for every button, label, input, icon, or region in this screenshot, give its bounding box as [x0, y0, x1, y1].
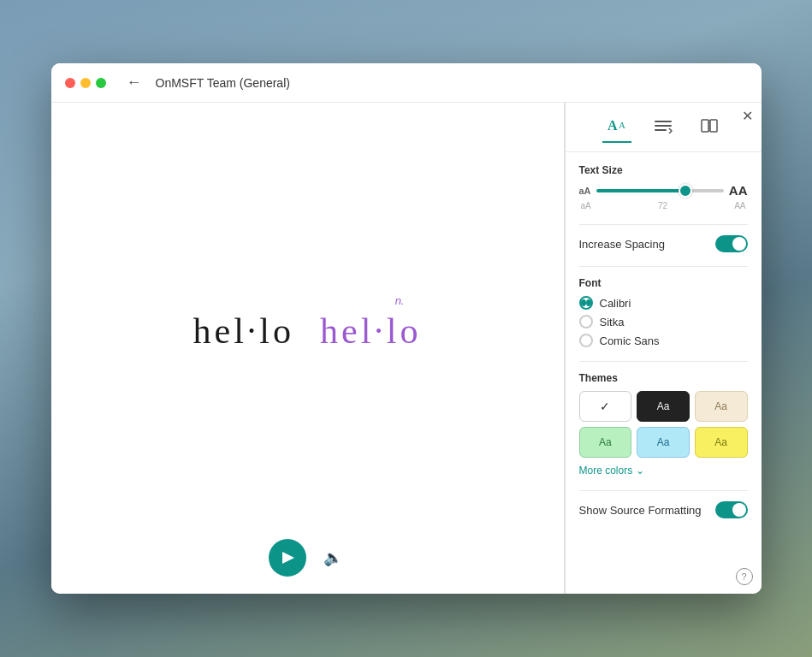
- settings-panel: ✕ AA: [565, 103, 762, 594]
- maximize-button[interactable]: [96, 78, 106, 88]
- theme-swatch-cream[interactable]: Aa: [695, 391, 748, 422]
- increase-spacing-label: Increase Spacing: [579, 238, 665, 251]
- text-size-label: Text Size: [579, 164, 748, 176]
- swatch-cyan-label: Aa: [657, 436, 670, 448]
- play-button[interactable]: [269, 539, 306, 577]
- swatch-yellow-label: Aa: [714, 436, 727, 448]
- source-formatting-label: Show Source Formatting: [579, 504, 702, 517]
- chevron-down-icon: ⌄: [636, 465, 644, 476]
- divider-2: [579, 266, 748, 267]
- more-colors[interactable]: More colors ⌄: [579, 465, 748, 476]
- increase-spacing-toggle[interactable]: [715, 235, 748, 252]
- svg-rect-6: [710, 120, 717, 132]
- large-a-label: AA: [729, 183, 748, 198]
- tab-text-size[interactable]: AA: [602, 115, 631, 143]
- font-options: Calibri Sitka Comic Sans: [579, 296, 748, 347]
- minimize-button[interactable]: [80, 78, 91, 88]
- font-option-sitka[interactable]: Sitka: [579, 315, 748, 328]
- tab-book[interactable]: [695, 115, 724, 143]
- small-a-label: aA: [579, 186, 591, 196]
- radio-comic-sans: [579, 334, 593, 347]
- divider-4: [579, 490, 748, 491]
- font-label: Font: [579, 277, 748, 289]
- slider-current-value: 72: [658, 201, 667, 210]
- themes-label: Themes: [579, 372, 748, 384]
- viewer-panel: n. hel·lo hel·lo 🔈: [51, 103, 565, 594]
- close-button[interactable]: [65, 78, 75, 88]
- theme-swatch-white[interactable]: ✓: [579, 391, 632, 422]
- swatch-check-icon: ✓: [600, 400, 610, 413]
- traffic-lights: [65, 78, 106, 88]
- app-window: ← OnMSFT Team (General) n. hel·lo hel·lo…: [51, 63, 762, 594]
- radio-calibri: [579, 296, 593, 310]
- main-area: n. hel·lo hel·lo 🔈 ✕ AA: [51, 103, 762, 594]
- title-bar: ← OnMSFT Team (General): [51, 63, 762, 103]
- theme-swatch-green[interactable]: Aa: [579, 427, 632, 458]
- font-comic-sans-label: Comic Sans: [600, 334, 660, 347]
- source-formatting-toggle-row: Show Source Formatting: [579, 501, 748, 518]
- theme-swatch-cyan[interactable]: Aa: [637, 427, 690, 458]
- player-controls: 🔈: [269, 539, 347, 577]
- font-option-calibri[interactable]: Calibri: [579, 296, 748, 310]
- source-formatting-toggle[interactable]: [715, 501, 748, 518]
- svg-rect-5: [702, 120, 708, 132]
- font-calibri-label: Calibri: [600, 297, 631, 310]
- swatch-dark-label: Aa: [657, 400, 670, 412]
- theme-swatch-yellow[interactable]: Aa: [695, 427, 748, 458]
- text-size-slider[interactable]: [596, 189, 724, 192]
- themes-section: Themes ✓ Aa Aa Aa: [579, 372, 748, 476]
- speaker-icon[interactable]: 🔈: [323, 548, 347, 567]
- radio-sitka: [579, 315, 593, 328]
- divider-3: [579, 361, 748, 362]
- swatch-green-label: Aa: [599, 436, 612, 448]
- window-title: OnMSFT Team (General): [156, 76, 290, 90]
- svg-text:A: A: [608, 118, 618, 133]
- theme-swatches: ✓ Aa Aa Aa Aa: [579, 391, 748, 458]
- slider-value-row: aA 72 AA: [579, 201, 748, 210]
- tab-text-options[interactable]: [649, 115, 678, 143]
- word-purple: hel·lo: [320, 311, 421, 352]
- theme-swatch-dark[interactable]: Aa: [637, 391, 690, 422]
- increase-spacing-section: Increase Spacing: [579, 235, 748, 252]
- close-icon[interactable]: ✕: [742, 110, 753, 123]
- font-section: Font Calibri Sitka: [579, 277, 748, 347]
- swatch-cream-label: Aa: [714, 400, 727, 412]
- settings-tabs: AA: [566, 103, 762, 152]
- help-icon[interactable]: ?: [736, 568, 753, 585]
- word-display: hel·lo hel·lo: [193, 311, 422, 352]
- toggle-row: Increase Spacing: [579, 235, 748, 252]
- font-option-comic-sans[interactable]: Comic Sans: [579, 334, 748, 347]
- svg-text:A: A: [619, 120, 625, 130]
- source-formatting-section: Show Source Formatting: [579, 501, 748, 518]
- text-size-section: Text Size aA AA aA 72 AA: [579, 164, 748, 210]
- slider-max-label: AA: [734, 201, 745, 210]
- settings-body: Text Size aA AA aA 72 AA: [566, 152, 762, 594]
- slider-min-label: aA: [581, 201, 591, 210]
- font-sitka-label: Sitka: [600, 316, 625, 328]
- noun-label: n.: [395, 294, 405, 307]
- more-colors-label: More colors: [579, 465, 633, 476]
- divider-1: [579, 224, 748, 225]
- back-button[interactable]: ←: [120, 72, 149, 93]
- word-black: hel·lo: [193, 311, 294, 352]
- slider-wrapper: aA AA: [579, 183, 748, 198]
